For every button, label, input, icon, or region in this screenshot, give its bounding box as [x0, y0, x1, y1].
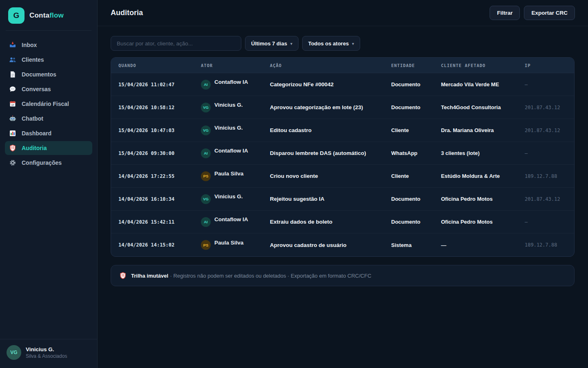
action-cell: Extraiu dados de boleto: [270, 219, 391, 225]
actor-cell: AIContaflow IA: [201, 217, 270, 227]
actor-filter-dropdown[interactable]: Todos os atores ▾: [302, 36, 360, 51]
table-row[interactable]: 14/04/2026 14:15:02PSPaula SilvaAprovou …: [111, 233, 574, 256]
timestamp: 15/04/2026 09:30:00: [118, 150, 201, 156]
action-cell: Rejeitou sugestão IA: [270, 196, 391, 202]
actor-name: Vinicius G.: [214, 193, 243, 200]
sidebar-item-conversas[interactable]: Conversas: [5, 82, 92, 96]
timestamp: 15/04/2026 10:58:12: [118, 105, 201, 110]
client-cell: 3 clientes (lote): [441, 150, 525, 156]
client-cell: Estúdio Moldura & Arte: [441, 173, 525, 179]
user-name: Vinicius G.: [26, 346, 67, 352]
search-input[interactable]: [111, 36, 241, 51]
table-row[interactable]: 15/04/2026 09:30:00AIContaflow IADisparo…: [111, 142, 574, 165]
immutable-trail-note: Trilha imutável · Registros não podem se…: [111, 265, 575, 286]
logo-badge: G: [8, 7, 24, 24]
topbar: Auditoria Filtrar Exportar CRC: [98, 0, 588, 26]
svg-text:17: 17: [11, 104, 14, 106]
chevron-down-icon: ▾: [290, 41, 292, 46]
client-cell: Tech4Good Consultoria: [441, 104, 525, 110]
entity-cell: Documento: [391, 219, 441, 225]
gear-icon: [9, 159, 16, 166]
sidebar: G Contaflow InboxClientesDocumentosConve…: [0, 0, 98, 368]
actor-avatar: AI: [201, 148, 211, 158]
actor-cell: PSPaula Silva: [201, 171, 270, 181]
sidebar-item-auditoria[interactable]: Auditoria: [5, 141, 92, 155]
entity-cell: Cliente: [391, 127, 441, 133]
table-row[interactable]: 15/04/2026 10:58:12VGVinicius G.Aprovou …: [111, 96, 574, 119]
action-cell: Aprovou cadastro de usuário: [270, 242, 391, 248]
actor-name: Vinicius G.: [214, 102, 243, 108]
audit-table: QUANDOATORAÇÃOENTIDADECLIENTE AFETADOIP …: [111, 57, 575, 257]
entity-cell: Documento: [391, 196, 441, 202]
sidebar-item-label: Conversas: [22, 86, 51, 92]
actor-cell: VGVinicius G.: [201, 194, 270, 204]
timestamp: 15/04/2026 11:02:47: [118, 82, 201, 88]
column-header: ATOR: [201, 63, 270, 68]
table-row[interactable]: 15/04/2026 11:02:47AIContaflow IACategor…: [111, 73, 574, 96]
table-row[interactable]: 14/04/2026 15:42:11AIContaflow IAExtraiu…: [111, 211, 574, 233]
shield-icon: [119, 272, 127, 279]
sidebar-item-chatbot[interactable]: Chatbot: [5, 112, 92, 126]
entity-cell: Documento: [391, 81, 441, 88]
sidebar-item-documentos[interactable]: Documentos: [5, 67, 92, 81]
actor-name: Contaflow IA: [214, 79, 248, 85]
action-cell: Aprovou categorização em lote (23): [270, 104, 391, 110]
sidebar-item-label: Documentos: [22, 71, 56, 78]
client-cell: Oficina Pedro Motos: [441, 196, 525, 202]
sidebar-item-dashboard[interactable]: Dashboard: [5, 126, 92, 140]
table-row[interactable]: 14/04/2026 16:10:34VGVinicius G.Rejeitou…: [111, 188, 574, 211]
client-cell: Oficina Pedro Motos: [441, 219, 525, 225]
chat-icon: [9, 85, 16, 93]
entity-cell: Sistema: [391, 242, 441, 248]
ip-cell: 201.87.43.12: [525, 105, 574, 110]
ip-cell: –: [525, 82, 574, 88]
brand-prefix: Conta: [29, 11, 49, 19]
column-header: ENTIDADE: [391, 63, 441, 68]
actor-cell: AIContaflow IA: [201, 80, 270, 90]
actor-avatar: VG: [201, 103, 211, 112]
note-title: Trilha imutável: [131, 273, 168, 279]
table-row[interactable]: 14/04/2026 17:22:55PSPaula SilvaCriou no…: [111, 165, 574, 188]
sidebar-item-inbox[interactable]: Inbox: [5, 38, 92, 52]
export-crc-button[interactable]: Exportar CRC: [524, 6, 575, 20]
people-icon: [9, 56, 16, 63]
entity-cell: Cliente: [391, 173, 441, 179]
actor-name: Paula Silva: [214, 240, 243, 246]
brand-suffix: flow: [49, 11, 64, 19]
actor-name: Paula Silva: [214, 171, 243, 177]
actor-avatar: AI: [201, 217, 211, 227]
client-cell: Mercado Vila Verde ME: [441, 81, 525, 88]
action-cell: Editou cadastro: [270, 127, 391, 133]
actor-name: Contaflow IA: [214, 216, 248, 222]
sidebar-item-configuracoes[interactable]: Configurações: [5, 156, 92, 170]
column-header: CLIENTE AFETADO: [441, 63, 525, 68]
actor-cell: PSPaula Silva: [201, 240, 270, 250]
ip-cell: –: [525, 150, 574, 156]
actor-avatar: AI: [201, 80, 211, 90]
sidebar-nav: InboxClientesDocumentosConversas17Calend…: [0, 31, 97, 177]
timestamp: 14/04/2026 16:10:34: [118, 196, 201, 202]
actor-name: Vinicius G.: [214, 125, 243, 131]
sidebar-item-clientes[interactable]: Clientes: [5, 53, 92, 67]
filter-button[interactable]: Filtrar: [490, 6, 520, 20]
column-header: AÇÃO: [270, 63, 391, 68]
client-cell: Dra. Mariana Oliveira: [441, 127, 525, 133]
timestamp: 15/04/2026 10:47:03: [118, 128, 201, 133]
timestamp: 14/04/2026 14:15:02: [118, 242, 201, 248]
note-text: · Registros não podem ser editados ou de…: [170, 273, 372, 279]
table-row[interactable]: 15/04/2026 10:47:03VGVinicius G.Editou c…: [111, 119, 574, 142]
sidebar-item-label: Auditoria: [22, 145, 47, 151]
inbox-icon: [9, 41, 16, 49]
date-range-label: Últimos 7 dias: [251, 40, 287, 47]
actor-filter-label: Todos os atores: [308, 40, 349, 47]
content: Últimos 7 dias ▾ Todos os atores ▾ QUAND…: [98, 26, 588, 296]
ip-cell: 201.87.43.12: [525, 196, 574, 202]
actor-cell: VGVinicius G.: [201, 103, 270, 112]
sidebar-item-calendario-fiscal[interactable]: 17Calendário Fiscal: [5, 97, 92, 111]
sidebar-user[interactable]: VG Vinicius G. Silva & Associados: [0, 339, 97, 368]
date-range-dropdown[interactable]: Últimos 7 dias ▾: [245, 36, 298, 51]
toolbar: Últimos 7 dias ▾ Todos os atores ▾: [111, 36, 575, 51]
timestamp: 14/04/2026 17:22:55: [118, 173, 201, 179]
robot-icon: [9, 115, 16, 122]
document-icon: [9, 71, 16, 78]
